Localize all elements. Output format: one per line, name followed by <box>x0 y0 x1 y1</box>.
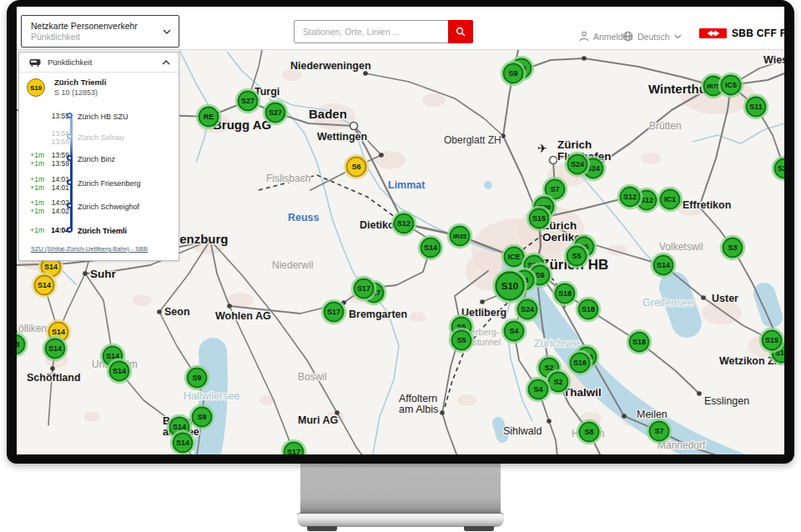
line-badge[interactable]: S17 <box>322 300 345 324</box>
map-label: Wohlen AG <box>215 310 271 322</box>
stop-node <box>67 227 73 233</box>
line-badge[interactable]: S12 <box>392 212 416 235</box>
map-label: Fislisbach <box>266 173 310 184</box>
svg-text:S5: S5 <box>456 336 466 344</box>
search-input[interactable] <box>295 21 448 43</box>
line-badge[interactable]: S27 <box>236 89 259 113</box>
operator-link[interactable]: SZU (Sihltal-Zürich-Uetliberg-Bahn) - SB… <box>31 245 148 253</box>
line-badge[interactable]: S14 <box>171 431 194 454</box>
stop-node <box>67 155 73 161</box>
map-label: Seon <box>164 306 190 318</box>
line-badge[interactable]: S11 <box>744 95 768 118</box>
map-label: Suhr <box>90 268 116 280</box>
search-button[interactable] <box>448 20 473 43</box>
svg-text:S14: S14 <box>38 281 51 289</box>
punctuality-panel: Pünktlichkeit S10 Zürich Triemli S 10 (1… <box>18 52 179 261</box>
line-badge[interactable]: S24 <box>516 298 539 321</box>
line-badge[interactable]: S14 <box>33 274 56 297</box>
line-badge[interactable]: S18 <box>577 298 600 321</box>
search-icon <box>456 27 466 37</box>
map-label: Lenzburg <box>172 232 229 246</box>
line-badge[interactable]: S18 <box>627 330 651 354</box>
line-badge[interactable]: S9 <box>185 366 209 389</box>
map-type-dropdown[interactable]: Netzkarte Personenverkehr Pünktlichkeit <box>21 15 179 48</box>
map-label: Wettingen <box>317 131 367 143</box>
svg-text:S14: S14 <box>48 344 62 353</box>
line-badge[interactable]: S9 <box>190 405 214 429</box>
line-badge[interactable]: RE <box>197 105 220 128</box>
svg-text:S18: S18 <box>582 305 595 314</box>
map-label: am Albis <box>399 404 438 415</box>
svg-text:S7: S7 <box>550 185 559 193</box>
monitor-stand <box>300 464 501 514</box>
line-badge[interactable]: S15 <box>760 329 783 352</box>
line-badge[interactable]: S14 <box>419 236 442 259</box>
panel-header[interactable]: Pünktlichkeit <box>19 53 179 73</box>
map-label: Reuss <box>288 212 320 223</box>
svg-text:S8: S8 <box>17 340 20 349</box>
line-badge[interactable]: S17 <box>282 440 305 454</box>
map-label: Zürich <box>557 138 592 151</box>
line-badge[interactable]: S12 <box>618 185 642 208</box>
svg-text:S16: S16 <box>573 359 587 367</box>
line-badge[interactable]: IC1 <box>658 188 682 211</box>
line-badge[interactable]: S3 <box>721 236 744 259</box>
map-label: Niederwil <box>272 259 313 271</box>
map-label: Zürichsee <box>534 338 580 349</box>
search-box <box>294 20 473 43</box>
svg-text:S14: S14 <box>44 263 58 271</box>
line-badge[interactable]: S4 <box>502 319 526 343</box>
svg-text:S5: S5 <box>572 252 581 260</box>
svg-text:S12: S12 <box>397 219 411 228</box>
dropdown-title: Netzkarte Personenverkehr <box>31 21 157 32</box>
svg-text:S9: S9 <box>197 413 206 421</box>
svg-text:S6: S6 <box>351 163 360 171</box>
user-icon <box>579 31 589 42</box>
language-selector[interactable]: Deutsch <box>622 31 682 42</box>
line-badge[interactable]: S18 <box>553 282 577 305</box>
line-badge[interactable]: S26 <box>773 157 784 180</box>
line-badge[interactable]: S5 <box>565 244 588 268</box>
line-badge[interactable]: S14 <box>652 253 675 277</box>
line-badge[interactable]: S9 <box>501 62 525 85</box>
line-badge[interactable]: S6 <box>345 155 368 178</box>
line-badge[interactable]: S27 <box>264 101 287 124</box>
svg-text:S27: S27 <box>241 97 254 105</box>
svg-text:S14: S14 <box>424 243 437 252</box>
svg-text:S17: S17 <box>357 284 370 293</box>
page: NiederweningenTurgiBadenBrugg AGWettinge… <box>0 0 801 532</box>
monitor-foot-left <box>307 526 337 531</box>
sbb-logo[interactable]: SBB CFF FFS <box>699 28 784 39</box>
line-badge[interactable]: S10 <box>494 270 526 302</box>
chevron-down-icon <box>674 34 682 39</box>
map-label: Schöftland <box>27 372 81 384</box>
line-badge[interactable]: S4 <box>526 378 550 401</box>
stop-node <box>67 203 73 208</box>
svg-text:IC1: IC1 <box>664 195 676 203</box>
line-badge[interactable]: S16 <box>568 351 592 374</box>
svg-text:S24: S24 <box>571 160 584 168</box>
panel-title: Pünktlichkeit <box>48 58 162 67</box>
line-badge[interactable]: S17 <box>352 277 375 300</box>
map-label: Kölliken <box>17 323 47 334</box>
line-badge[interactable]: S14 <box>43 337 67 360</box>
line-badge[interactable]: IC5 <box>719 73 743 97</box>
svg-text:S18: S18 <box>558 289 572 298</box>
svg-text:S10: S10 <box>501 281 518 291</box>
svg-text:S26: S26 <box>778 164 784 173</box>
svg-text:RE: RE <box>204 113 214 121</box>
line-badge[interactable]: S8 <box>577 420 601 444</box>
stop-node <box>67 133 73 139</box>
line-badge[interactable]: IR35 <box>448 224 471 248</box>
line-badge[interactable]: S15 <box>527 207 551 230</box>
stop-node <box>67 113 73 118</box>
svg-text:IC5: IC5 <box>725 81 737 89</box>
line-badge[interactable]: S14 <box>108 359 131 383</box>
map-label: Brugg AG <box>213 118 271 132</box>
svg-text:IR75: IR75 <box>707 83 720 90</box>
map-label: Sihlwald <box>503 425 542 437</box>
line-badge[interactable]: S24 <box>566 153 589 176</box>
line-badge[interactable]: S7 <box>647 419 671 443</box>
line-badge[interactable]: S5 <box>450 329 473 352</box>
svg-text:S15: S15 <box>532 214 546 223</box>
